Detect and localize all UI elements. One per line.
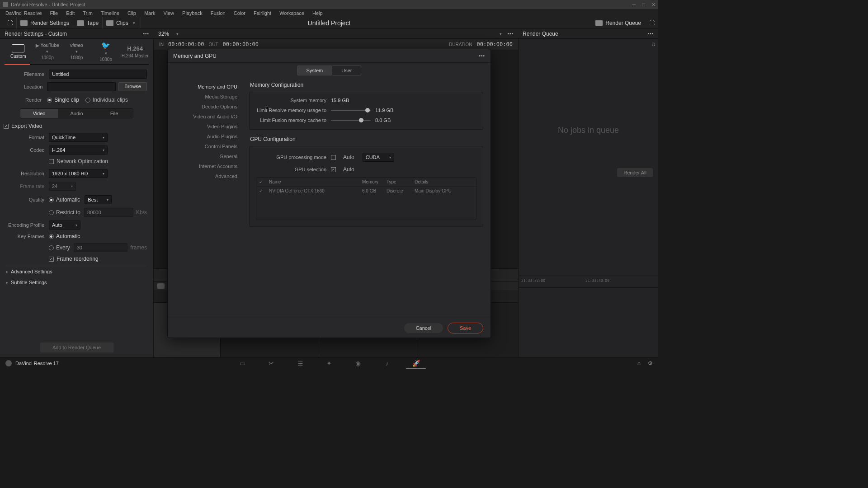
cut-page-icon[interactable]: ✂ (267, 360, 276, 366)
chevron-down-icon[interactable]: ▾ (176, 32, 179, 36)
sidebar-video-plugins[interactable]: Video Plugins (168, 122, 244, 131)
render-queue-button[interactable]: Render Queue (592, 20, 645, 26)
render-form: Filename LocationBrowse Render Single cl… (0, 65, 153, 288)
menu-timeline[interactable]: Timeline (97, 9, 123, 17)
clips-button[interactable]: Clips▾ (103, 17, 141, 28)
export-video-checkbox[interactable] (4, 124, 9, 129)
menu-help[interactable]: Help (309, 9, 326, 17)
chevron-right-icon: ▸ (6, 281, 8, 285)
gpu-selection-auto-checkbox[interactable] (331, 167, 336, 172)
fusion-memory-slider[interactable] (331, 120, 371, 121)
frame-reorder-checkbox[interactable] (49, 257, 54, 262)
quality-select[interactable]: Best▾ (85, 195, 112, 204)
add-to-render-queue-button[interactable]: Add to Render Queue (40, 343, 113, 352)
deliver-page-icon[interactable]: 🚀 (411, 360, 420, 366)
options-icon[interactable]: ••• (647, 31, 654, 36)
expand-right-icon[interactable]: ⛶ (649, 20, 655, 26)
user-tab[interactable]: User (332, 66, 361, 75)
in-timecode[interactable]: 00:00:00:00 (168, 41, 204, 47)
filename-input[interactable] (49, 70, 147, 79)
queue-ruler[interactable]: 21:33:32:00 21:33:40:00 (519, 276, 658, 288)
menu-color[interactable]: Color (230, 9, 249, 17)
single-clip-radio[interactable] (47, 98, 52, 103)
location-input[interactable] (47, 82, 116, 91)
gpu-mode-select[interactable]: CUDA▾ (363, 153, 394, 162)
tape-button[interactable]: Tape (73, 17, 103, 28)
sidebar-decode-options[interactable]: Decode Options (168, 102, 244, 112)
menu-davinci[interactable]: DaVinci Resolve (2, 9, 46, 17)
zoom-percent[interactable]: 32% (158, 31, 169, 37)
gpu-table-row[interactable]: ✓ NVIDIA GeForce GTX 1660 6.0 GB Discret… (256, 187, 476, 195)
codec-select[interactable]: H.264▾ (49, 145, 108, 155)
preset-label: 1080p (41, 55, 54, 60)
chevron-down-icon[interactable]: ▾ (500, 32, 502, 36)
sidebar-general[interactable]: General (168, 151, 244, 161)
minimize-icon[interactable]: ─ (632, 2, 636, 8)
slider-thumb[interactable] (359, 118, 363, 122)
sidebar-advanced[interactable]: Advanced (168, 171, 244, 181)
slider-thumb[interactable] (365, 108, 370, 113)
preset-custom[interactable]: Custom (4, 42, 33, 61)
network-opt-checkbox[interactable] (49, 159, 54, 164)
gear-icon[interactable]: ⚙ (648, 360, 653, 366)
tab-audio[interactable]: Audio (58, 109, 95, 118)
close-icon[interactable]: ✕ (651, 2, 656, 8)
advanced-settings-toggle[interactable]: ▸Advanced Settings (6, 266, 147, 277)
kf-auto-radio[interactable] (49, 234, 54, 239)
menu-file[interactable]: File (47, 9, 62, 17)
color-page-icon[interactable]: ◉ (354, 360, 363, 366)
menu-fusion[interactable]: Fusion (207, 9, 229, 17)
preset-youtube[interactable]: ▶ YouTube▾1080p (33, 41, 62, 62)
options-icon[interactable]: ••• (507, 31, 514, 36)
home-icon[interactable]: ⌂ (637, 360, 641, 366)
preset-twitter[interactable]: 🐦▾1080p (91, 39, 121, 64)
menu-trim[interactable]: Trim (79, 9, 96, 17)
render-settings-button[interactable]: Render Settings (17, 17, 73, 28)
sidebar-control-panels[interactable]: Control Panels (168, 141, 244, 151)
encoding-profile-select[interactable]: Auto▾ (49, 221, 80, 230)
sidebar-memory-gpu[interactable]: Memory and GPU (168, 82, 244, 92)
music-icon[interactable]: ♫ (651, 41, 656, 47)
toolbar: ⛶ Render Settings Tape Clips▾ Untitled P… (0, 17, 658, 29)
resolve-memory-slider[interactable] (331, 110, 371, 111)
expand-button[interactable]: ⛶ (4, 17, 17, 28)
render-all-button[interactable]: Render All (617, 168, 653, 177)
preset-h264[interactable]: H.264H.264 Master (120, 43, 150, 60)
fusion-page-icon[interactable]: ✦ (325, 360, 334, 366)
menu-playback[interactable]: Playback (179, 9, 206, 17)
edit-page-icon[interactable]: ☰ (296, 360, 305, 366)
sidebar-audio-plugins[interactable]: Audio Plugins (168, 131, 244, 141)
menu-fairlight[interactable]: Fairlight (250, 9, 275, 17)
menu-view[interactable]: View (160, 9, 178, 17)
tab-video[interactable]: Video (20, 109, 58, 118)
kf-every-radio[interactable] (49, 245, 54, 250)
resolution-select[interactable]: 868 x 488 HD▾ (49, 169, 108, 178)
out-timecode[interactable]: 00:00:00:00 (223, 41, 259, 47)
subtitle-settings-toggle[interactable]: ▸Subtitle Settings (6, 277, 147, 288)
fairlight-page-icon[interactable]: ♪ (382, 360, 392, 366)
cancel-button[interactable]: Cancel (404, 323, 443, 333)
options-icon[interactable]: ••• (143, 31, 149, 36)
maximize-icon[interactable]: □ (642, 2, 645, 8)
individual-clips-radio[interactable] (85, 98, 90, 103)
menu-edit[interactable]: Edit (62, 9, 78, 17)
sidebar-media-storage[interactable]: Media Storage (168, 92, 244, 102)
media-page-icon[interactable]: ▭ (238, 360, 247, 366)
system-tab[interactable]: System (297, 66, 333, 75)
format-select[interactable]: QuickTime▾ (49, 133, 108, 142)
menu-mark[interactable]: Mark (141, 9, 159, 17)
menu-workspace[interactable]: Workspace (276, 9, 308, 17)
gpu-mode-auto-checkbox[interactable] (331, 155, 336, 160)
sidebar-video-audio-io[interactable]: Video and Audio I/O (168, 112, 244, 122)
menu-clip[interactable]: Clip (124, 9, 140, 17)
quality-auto-radio[interactable] (49, 197, 54, 202)
tab-file[interactable]: File (95, 109, 133, 118)
options-icon[interactable]: ••• (479, 53, 485, 58)
timeline-view-icon[interactable] (157, 283, 165, 289)
sidebar-internet-accounts[interactable]: Internet Accounts (168, 161, 244, 171)
browse-button[interactable]: Browse (118, 82, 147, 91)
restrict-radio[interactable] (49, 210, 54, 215)
app-label[interactable]: DaVinci Resolve 17 (5, 360, 59, 366)
preset-vimeo[interactable]: vimeo▾1080p (62, 41, 91, 62)
save-button[interactable]: Save (448, 323, 483, 333)
